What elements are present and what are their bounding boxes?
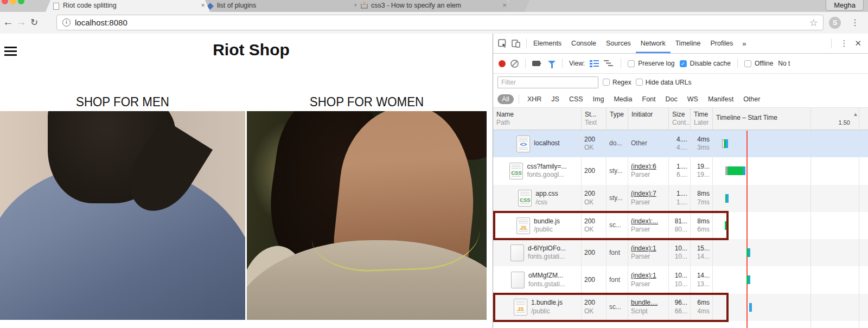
forward-icon[interactable]: → bbox=[15, 16, 27, 28]
filter-type-js[interactable]: JS bbox=[548, 94, 563, 104]
timeline-gridline bbox=[810, 107, 811, 328]
waterfall-bar bbox=[725, 221, 728, 230]
preserve-log-label[interactable]: Preserve log bbox=[638, 60, 674, 67]
column-header-name[interactable]: NamePath bbox=[493, 108, 582, 130]
size-cell: 1....6.... bbox=[669, 157, 691, 184]
devtools-tab-network[interactable]: Network bbox=[636, 34, 671, 53]
regex-label[interactable]: Regex bbox=[612, 79, 631, 86]
disable-cache-checkbox[interactable]: ✓ bbox=[680, 60, 687, 67]
initiator-link[interactable]: (index):... bbox=[631, 217, 666, 226]
device-toolbar-icon[interactable] bbox=[512, 40, 520, 48]
request-path: fonts.gstati... bbox=[528, 253, 566, 261]
men-category-image[interactable] bbox=[0, 111, 245, 320]
request-type: font bbox=[609, 249, 625, 258]
filter-type-font[interactable]: Font bbox=[639, 94, 659, 104]
offline-checkbox[interactable] bbox=[744, 60, 751, 67]
stack-favicon bbox=[361, 4, 368, 9]
filter-type-doc[interactable]: Doc bbox=[662, 94, 681, 104]
column-header-st[interactable]: St...Text bbox=[582, 108, 607, 130]
initiator-link[interactable]: (index):6 bbox=[631, 163, 666, 171]
filter-type-css[interactable]: CSS bbox=[566, 94, 586, 104]
column-header-initiator[interactable]: Initiator bbox=[628, 108, 669, 130]
network-request-row[interactable]: JS1.bundle.js/public200OKsc...bundle....… bbox=[493, 294, 868, 321]
use-large-rows-icon[interactable] bbox=[590, 60, 599, 67]
waterfall-bar bbox=[749, 303, 752, 312]
request-path: /public bbox=[534, 226, 560, 234]
back-icon[interactable]: ← bbox=[2, 16, 14, 28]
page-info-icon[interactable]: i bbox=[62, 18, 71, 27]
column-header-type[interactable]: Type bbox=[607, 108, 628, 130]
show-overview-icon[interactable] bbox=[604, 60, 614, 67]
shop-for-men-heading[interactable]: SHOP FOR MEN bbox=[9, 94, 237, 110]
address-bar[interactable]: i localhost:8080 ☆ bbox=[56, 15, 824, 30]
time-value: 14... bbox=[693, 272, 710, 280]
close-window-button[interactable] bbox=[2, 0, 8, 4]
content-value: 80... bbox=[672, 226, 687, 234]
reload-icon[interactable]: ↻ bbox=[28, 17, 40, 28]
filter-type-all[interactable]: All bbox=[497, 94, 514, 104]
initiator-detail: Parser bbox=[631, 253, 666, 261]
devtools-tab-timeline[interactable]: Timeline bbox=[671, 34, 706, 53]
record-button[interactable] bbox=[499, 60, 506, 67]
shop-for-women-heading[interactable]: SHOP FOR WOMEN bbox=[255, 94, 478, 110]
regex-checkbox[interactable] bbox=[603, 79, 610, 86]
initiator-link[interactable]: (index):7 bbox=[631, 190, 666, 198]
column-header-size[interactable]: SizeCont... bbox=[669, 108, 691, 130]
network-request-row[interactable]: CSSapp.css/css200OKsty...(index):7Parser… bbox=[493, 185, 868, 212]
network-request-row[interactable]: <>localhost200OKdo...Other4....4....4ms3… bbox=[493, 130, 868, 157]
filmstrip-camera-icon[interactable] bbox=[532, 61, 540, 66]
zoom-window-button[interactable] bbox=[18, 0, 24, 4]
filter-type-img[interactable]: Img bbox=[590, 94, 608, 104]
filter-type-xhr[interactable]: XHR bbox=[524, 94, 545, 104]
clear-icon[interactable] bbox=[510, 60, 519, 68]
browser-tab-1[interactable]: Riot code splitting× bbox=[46, 0, 210, 12]
devtools-tab-profiles[interactable]: Profiles bbox=[705, 34, 738, 53]
url-text[interactable]: localhost:8080 bbox=[75, 18, 127, 27]
hide-data-urls-label[interactable]: Hide data URLs bbox=[646, 79, 692, 86]
throttling-label[interactable]: No t bbox=[778, 60, 790, 67]
network-request-row[interactable]: CSScss?family=...fonts.googl...200sty...… bbox=[493, 157, 868, 184]
bookmark-star-icon[interactable]: ☆ bbox=[809, 17, 818, 29]
filter-input[interactable] bbox=[497, 76, 598, 88]
filter-type-media[interactable]: Media bbox=[610, 94, 635, 104]
browser-tab-3[interactable]: css3 - How to specify an elem× bbox=[354, 0, 512, 12]
size-value: 96... bbox=[672, 299, 687, 307]
inspect-element-icon[interactable] bbox=[498, 39, 507, 48]
initiator-link[interactable]: (index):1 bbox=[631, 272, 666, 280]
devtools-close-icon[interactable]: ✕ bbox=[854, 38, 861, 48]
network-request-row[interactable]: d-6lYplOFo...fonts.gstati...200font(inde… bbox=[493, 239, 868, 266]
browser-menu-icon[interactable]: ⋮ bbox=[851, 17, 859, 28]
network-request-row[interactable]: JSbundle.js/public200OKsc...(index):...P… bbox=[493, 212, 868, 239]
disable-cache-label[interactable]: Disable cache bbox=[690, 60, 731, 67]
tab-close-icon[interactable]: × bbox=[199, 1, 207, 11]
hide-data-urls-checkbox[interactable] bbox=[636, 79, 643, 86]
new-tab-button[interactable] bbox=[505, 0, 529, 12]
column-header-time[interactable]: TimeLater bbox=[691, 108, 713, 130]
browser-tab-2[interactable]: list of plugins× bbox=[200, 0, 363, 12]
filter-type-ws[interactable]: WS bbox=[684, 94, 701, 104]
size-cell: 10...10... bbox=[669, 239, 691, 266]
women-category-image[interactable] bbox=[247, 111, 487, 320]
initiator-link[interactable]: bundle.... bbox=[631, 299, 666, 307]
network-request-row[interactable]: oMMgfZM...fonts.gstati...200font(index):… bbox=[493, 266, 868, 293]
file-code-icon: <> bbox=[516, 136, 530, 152]
more-tabs-icon[interactable]: » bbox=[738, 40, 750, 48]
minimize-window-button[interactable] bbox=[10, 0, 16, 4]
filter-funnel-icon[interactable] bbox=[548, 61, 556, 65]
status-code: 200 bbox=[584, 136, 603, 144]
filter-type-other[interactable]: Other bbox=[740, 94, 763, 104]
column-header-timelinestarttime[interactable]: Timeline – Start Time1.50▲ bbox=[713, 108, 868, 130]
initiator-cell: Other bbox=[628, 130, 669, 157]
skype-extension-icon[interactable]: S bbox=[829, 17, 841, 29]
preserve-log-checkbox[interactable] bbox=[628, 60, 635, 67]
profile-button[interactable]: Megha bbox=[826, 0, 864, 11]
devtools-tab-elements[interactable]: Elements bbox=[528, 34, 566, 53]
initiator-link[interactable]: (index):1 bbox=[631, 245, 666, 253]
header-title: St... bbox=[585, 111, 606, 119]
filter-type-manifest[interactable]: Manifest bbox=[705, 94, 737, 104]
offline-label[interactable]: Offline bbox=[755, 60, 773, 67]
devtools-panel: ElementsConsoleSourcesNetworkTimelinePro… bbox=[493, 34, 868, 328]
devtools-menu-icon[interactable]: ⋮ bbox=[840, 38, 848, 48]
devtools-tab-sources[interactable]: Sources bbox=[601, 34, 636, 53]
devtools-tab-console[interactable]: Console bbox=[566, 34, 601, 53]
